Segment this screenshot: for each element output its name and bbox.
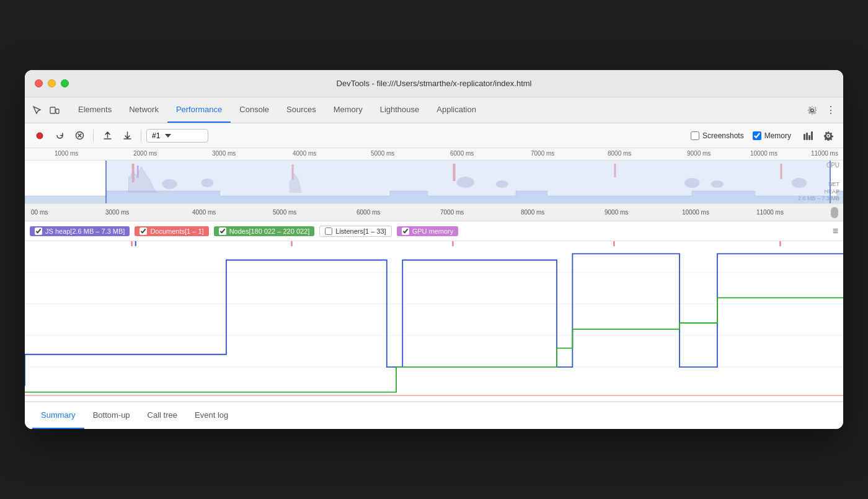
memory-chart-svg [25,241,843,399]
time-marker-5000: 5000 ms [371,150,394,157]
settings-icon[interactable] [805,103,820,118]
selection-region [105,161,831,204]
time-marker-3000: 3000 ms [212,150,236,157]
detail-marker-7000: 7000 ms [440,209,464,216]
legend-listeners[interactable]: Listeners[1 – 33] [319,226,391,237]
toolbar-settings-icon[interactable] [820,127,837,144]
download-button[interactable] [118,127,136,144]
gpu-label: GPU memory [412,227,454,235]
window-title: DevTools - file:///Users/stmarthe/x-repl… [337,79,532,88]
tab-memory[interactable]: Memory [325,97,371,123]
time-marker-9000: 9000 ms [687,150,711,157]
detail-marker-10000: 10000 ms [682,209,709,216]
detail-marker-9000: 9000 ms [604,209,628,216]
separator-1 [93,130,94,142]
detail-marker-8000: 8000 ms [521,209,544,216]
tab-performance[interactable]: Performance [167,97,231,123]
documents-checkbox[interactable] [140,227,147,235]
js-heap-checkbox[interactable] [35,227,42,235]
tabbar-left-icons [30,97,69,123]
performance-toolbar: #1 Screenshots Memory [25,123,843,148]
legend-js-heap[interactable]: JS heap[2.6 MB – 7.3 MB] [30,226,130,236]
svg-rect-4 [804,134,805,140]
listeners-checkbox[interactable] [325,227,332,235]
bottom-tabs: Summary Bottom-up Call tree Event log [25,402,843,429]
overview-panel: 1000 ms 2000 ms 3000 ms 4000 ms 5000 ms … [25,148,843,204]
legend-nodes[interactable]: Nodes[180 022 – 220 022] [214,226,315,236]
record-button[interactable] [31,127,48,144]
svg-rect-21 [25,241,843,399]
detail-marker-11000: 11000 ms [756,209,784,216]
tabbar: Elements Network Performance Console Sou… [25,97,843,123]
screenshots-checkbox[interactable] [691,131,699,140]
screenshots-checkbox-label[interactable]: Screenshots [691,131,744,140]
time-marker-1000: 1000 ms [55,150,78,157]
memory-checkbox[interactable] [753,131,761,140]
detail-marker-0: 00 ms [31,209,48,216]
time-marker-7000: 7000 ms [531,150,554,157]
time-marker-8000: 8000 ms [608,150,631,157]
time-marker-10000: 10000 ms [750,150,777,157]
time-marker-6000: 6000 ms [450,150,474,157]
tab-sources[interactable]: Sources [278,97,325,123]
minimize-button[interactable] [48,79,56,87]
legend-documents[interactable]: Documents[1 – 1] [135,226,208,236]
svg-rect-6 [808,135,810,140]
checkbox-group: Screenshots Memory [691,127,817,144]
inspect-icon[interactable] [30,103,45,118]
tab-bottom-up[interactable]: Bottom-up [84,402,139,429]
tab-console[interactable]: Console [231,97,278,123]
close-button[interactable] [35,79,43,87]
svg-rect-5 [806,133,808,140]
tab-network[interactable]: Network [120,97,167,123]
profile-selector[interactable]: #1 [146,129,208,143]
screenshots-label: Screenshots [702,131,744,140]
tab-summary[interactable]: Summary [32,402,84,429]
detail-marker-4000: 4000 ms [192,209,216,216]
detail-marker-3000: 3000 ms [105,209,129,216]
separator-2 [141,130,141,142]
nodes-label: Nodes[180 022 – 220 022] [229,227,310,235]
main-tabs: Elements Network Performance Console Sou… [69,97,800,123]
memory-chart-area [25,241,843,401]
upload-button[interactable] [99,127,116,144]
maximize-button[interactable] [61,79,69,87]
traffic-lights [35,79,69,87]
legend-gpu[interactable]: GPU memory [397,226,459,236]
timeline-ruler: 00 ms 3000 ms 4000 ms 5000 ms 6000 ms 70… [25,204,843,221]
svg-rect-1 [56,109,59,113]
time-marker-2000: 2000 ms [133,150,157,157]
memory-legend: JS heap[2.6 MB – 7.3 MB] Documents[1 – 1… [25,221,843,241]
tab-elements[interactable]: Elements [69,97,120,123]
device-toggle-icon[interactable] [47,103,62,118]
devtools-window: DevTools - file:///Users/stmarthe/x-repl… [25,70,843,429]
clear-button[interactable] [71,127,88,144]
detail-marker-6000: 6000 ms [356,209,380,216]
bottom-section: Summary Bottom-up Call tree Event log [25,401,843,429]
tabbar-right: ⋮ [800,97,838,123]
titlebar: DevTools - file:///Users/stmarthe/x-repl… [25,70,843,97]
tab-lighthouse[interactable]: Lighthouse [371,97,428,123]
reload-button[interactable] [51,127,68,144]
time-marker-4000: 4000 ms [293,150,316,157]
js-heap-label: JS heap[2.6 MB – 7.3 MB] [45,227,125,235]
tab-event-log[interactable]: Event log [186,402,237,429]
listeners-label: Listeners[1 – 33] [335,227,386,235]
memory-label: Memory [764,131,791,140]
more-options-icon[interactable]: ⋮ [823,103,838,118]
legend-menu-icon[interactable]: ≡ [833,226,838,237]
documents-label: Documents[1 – 1] [150,227,203,235]
time-marker-11000: 11000 ms [811,150,838,157]
timeline-scrollbar[interactable] [831,207,838,218]
profile-label: #1 [152,131,160,140]
tab-call-tree[interactable]: Call tree [139,402,186,429]
tab-application[interactable]: Application [428,97,485,123]
nodes-checkbox[interactable] [219,227,226,235]
gpu-checkbox[interactable] [402,227,409,235]
detail-marker-5000: 5000 ms [273,209,296,216]
svg-rect-7 [811,131,813,140]
svg-rect-0 [50,107,55,113]
memory-checkbox-label[interactable]: Memory [753,131,791,140]
flame-chart-icon[interactable] [800,127,817,144]
svg-point-2 [37,133,43,139]
